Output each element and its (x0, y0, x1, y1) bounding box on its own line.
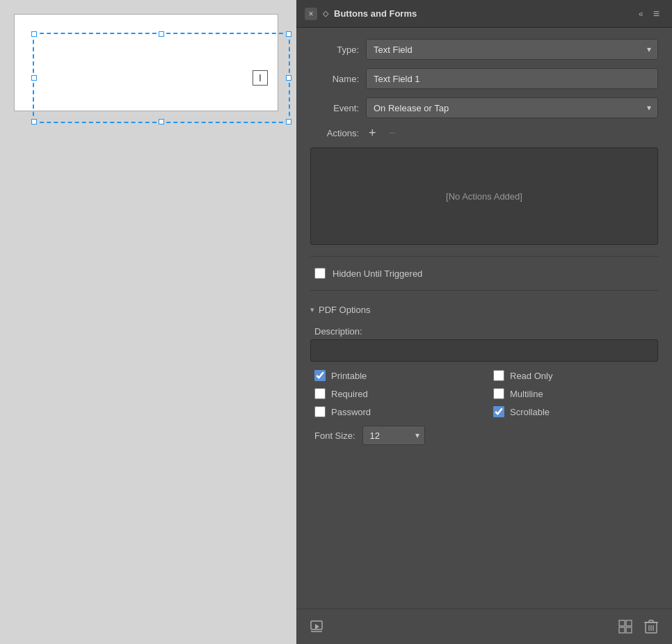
svg-rect-5 (619, 627, 625, 633)
password-row: Password (314, 406, 479, 417)
event-select[interactable]: On Release or Tap On Focus On Blur On Ch… (366, 97, 658, 118)
event-select-wrapper: On Release or Tap On Focus On Blur On Ch… (366, 97, 658, 118)
remove-action-button[interactable]: − (386, 127, 399, 139)
buttons-and-forms-panel: × ◇ Buttons and Forms « ≡ Type: Text Fie… (296, 0, 672, 644)
font-size-select[interactable]: 6 8 9 10 11 12 14 16 18 24 36 72 (362, 426, 425, 445)
font-size-label: Font Size: (314, 430, 355, 441)
panel-content: Type: Text Field Button Check Box Radio … (296, 28, 672, 456)
panel-title: Buttons and Forms (334, 8, 417, 19)
preview-icon (310, 620, 324, 634)
printable-row: Printable (314, 370, 479, 381)
panel-collapse-button[interactable]: « (639, 9, 643, 19)
hidden-until-triggered-checkbox[interactable] (314, 268, 326, 279)
font-size-row: Font Size: 6 8 9 10 11 12 14 16 18 24 36… (310, 426, 658, 445)
pdf-options-chevron-icon: ▾ (310, 305, 314, 314)
description-label: Description: (310, 326, 658, 337)
panel-header: × ◇ Buttons and Forms « ≡ (296, 0, 672, 28)
footer-right (615, 616, 661, 637)
delete-button[interactable] (641, 616, 661, 637)
checkboxes-grid: Printable Read Only Required Multiline P… (310, 370, 658, 417)
type-row: Type: Text Field Button Check Box Radio … (310, 39, 658, 60)
handle-top-right[interactable] (286, 31, 291, 37)
multiline-label[interactable]: Multiline (510, 389, 543, 399)
scrollable-row: Scrollable (493, 406, 658, 417)
handle-bottom-right[interactable] (286, 119, 291, 124)
handle-middle-right[interactable] (286, 75, 291, 81)
required-row: Required (314, 388, 479, 399)
type-select-wrapper: Text Field Button Check Box Radio Button… (366, 39, 658, 60)
name-label: Name: (310, 74, 359, 84)
divider-1 (310, 256, 658, 257)
printable-checkbox[interactable] (314, 370, 326, 381)
name-row: Name: (310, 68, 658, 89)
grid-icon (618, 619, 633, 634)
panel-menu-button[interactable]: ≡ (649, 6, 664, 22)
handle-bottom-center[interactable] (159, 119, 164, 124)
add-action-button[interactable]: + (366, 127, 379, 139)
panel-close-button[interactable]: × (305, 8, 317, 20)
svg-rect-6 (626, 627, 632, 633)
description-input[interactable] (310, 339, 658, 362)
required-label[interactable]: Required (331, 389, 368, 399)
footer-left (307, 617, 327, 636)
hidden-until-triggered-row: Hidden Until Triggered (310, 268, 658, 279)
handle-top-center[interactable] (159, 31, 164, 37)
preview-button[interactable] (307, 617, 327, 636)
font-size-select-wrapper: 6 8 9 10 11 12 14 16 18 24 36 72 (362, 426, 425, 445)
event-row: Event: On Release or Tap On Focus On Blu… (310, 97, 658, 118)
svg-marker-1 (315, 624, 319, 629)
description-section: Description: (310, 326, 658, 362)
type-label: Type: (310, 45, 359, 55)
printable-label[interactable]: Printable (331, 371, 367, 381)
scrollable-checkbox[interactable] (493, 406, 504, 417)
handle-bottom-left[interactable] (31, 119, 37, 124)
password-checkbox[interactable] (314, 406, 326, 417)
event-label: Event: (310, 103, 359, 113)
actions-label: Actions: (310, 128, 359, 138)
svg-rect-4 (626, 620, 632, 626)
pdf-options-section-header[interactable]: ▾ PDF Options (310, 302, 658, 318)
actions-row: Actions: + − (310, 127, 658, 139)
multiline-row: Multiline (493, 388, 658, 399)
grid-button[interactable] (615, 616, 636, 637)
scrollable-label[interactable]: Scrollable (510, 407, 550, 417)
diamond-icon: ◇ (323, 9, 328, 18)
pdf-options-label: PDF Options (319, 305, 370, 315)
panel-header-left: × ◇ Buttons and Forms (305, 8, 417, 20)
divider-2 (310, 290, 658, 291)
read-only-checkbox[interactable] (493, 370, 504, 381)
panel-footer (296, 609, 672, 644)
required-checkbox[interactable] (314, 388, 326, 399)
type-select[interactable]: Text Field Button Check Box Radio Button… (366, 39, 658, 60)
selection-rect: I (33, 33, 290, 123)
canvas-frame: I (14, 14, 278, 111)
svg-rect-3 (619, 620, 625, 626)
handle-middle-left[interactable] (31, 75, 37, 81)
name-input[interactable] (366, 68, 658, 89)
password-label[interactable]: Password (331, 407, 371, 417)
multiline-checkbox[interactable] (493, 388, 504, 399)
handle-top-left[interactable] (31, 31, 37, 37)
actions-list: [No Actions Added] (310, 147, 658, 245)
canvas-area: I (0, 0, 296, 644)
text-cursor-icon: I (253, 70, 268, 86)
read-only-row: Read Only (493, 370, 658, 381)
no-actions-text: [No Actions Added] (446, 191, 522, 202)
hidden-until-triggered-label[interactable]: Hidden Until Triggered (333, 268, 422, 279)
delete-icon (644, 619, 658, 634)
read-only-label[interactable]: Read Only (510, 371, 552, 381)
